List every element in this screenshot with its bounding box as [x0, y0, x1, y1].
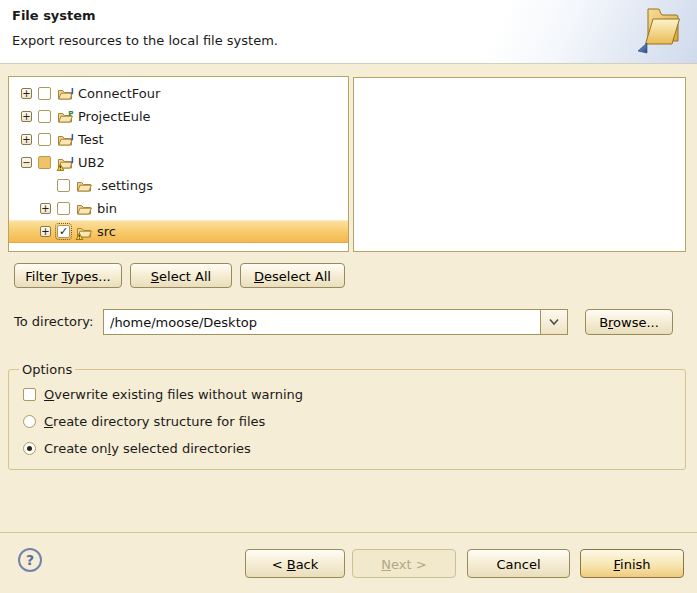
- help-button[interactable]: ?: [18, 548, 42, 572]
- button-label: ypes...: [68, 269, 111, 284]
- tree-item-label: ConnectFour: [78, 86, 160, 101]
- button-label: eselect All: [264, 269, 331, 284]
- browse-button[interactable]: Browse...: [585, 309, 673, 335]
- tree-item-connectfour[interactable]: + J ConnectFour: [9, 82, 348, 105]
- to-directory-label: To directory:: [14, 309, 93, 335]
- resource-tree[interactable]: + J ConnectFour + P ProjectEule + J Test…: [8, 76, 349, 252]
- checkbox-settings[interactable]: [57, 179, 70, 192]
- tree-item-label: ProjectEule: [78, 109, 151, 124]
- checkbox-projecteule[interactable]: [38, 110, 51, 123]
- tree-item-ub2[interactable]: − J UB2: [9, 151, 348, 174]
- next-button-disabled: Next >: [352, 549, 456, 578]
- overwrite-option[interactable]: Overwrite existing files without warning: [9, 381, 685, 408]
- cancel-button[interactable]: Cancel: [467, 549, 570, 578]
- create-structure-radio[interactable]: [23, 415, 36, 428]
- expand-toggle-icon[interactable]: +: [40, 203, 51, 214]
- folder-warning-icon: [76, 224, 92, 240]
- java-project-icon: J: [57, 86, 73, 102]
- svg-text:J: J: [70, 132, 74, 140]
- checkbox-bin[interactable]: [57, 202, 70, 215]
- directory-input[interactable]: [103, 309, 540, 335]
- tree-item-test[interactable]: + J Test: [9, 128, 348, 151]
- chevron-down-icon: [548, 318, 560, 326]
- collapse-toggle-icon[interactable]: −: [21, 157, 32, 168]
- button-label: S: [151, 269, 159, 284]
- tree-item-label: UB2: [78, 155, 105, 170]
- button-label: B: [287, 557, 296, 572]
- options-legend: Options: [19, 362, 75, 377]
- wizard-banner: File system Export resources to the loca…: [0, 0, 697, 64]
- button-label: Cancel: [496, 557, 540, 572]
- button-label: <: [272, 557, 287, 572]
- button-label: Filter: [25, 269, 61, 284]
- tree-item-label: .settings: [97, 178, 153, 193]
- create-selected-option[interactable]: Create only selected directories: [9, 435, 685, 462]
- tree-item-label: bin: [97, 201, 117, 216]
- expand-toggle-icon[interactable]: +: [21, 88, 32, 99]
- checkbox-connectfour[interactable]: [38, 87, 51, 100]
- option-label: Create directory structure for files: [44, 414, 265, 429]
- expand-toggle-icon[interactable]: +: [21, 134, 32, 145]
- overwrite-checkbox[interactable]: [23, 388, 36, 401]
- folder-icon: [76, 178, 92, 194]
- create-structure-option[interactable]: Create directory structure for files: [9, 408, 685, 435]
- back-button[interactable]: < Back: [245, 549, 345, 578]
- file-list-panel[interactable]: [353, 77, 686, 252]
- select-all-button[interactable]: Select All: [130, 263, 232, 288]
- options-group: Options Overwrite existing files without…: [8, 362, 686, 470]
- footer-separator: [0, 532, 697, 533]
- checkbox-test[interactable]: [38, 133, 51, 146]
- filter-types-button[interactable]: Filter Types...: [14, 263, 122, 288]
- tree-item-bin[interactable]: + bin: [9, 197, 348, 220]
- finish-button[interactable]: Finish: [580, 549, 684, 578]
- svg-text:J: J: [70, 155, 74, 163]
- export-folder-icon: [633, 3, 687, 59]
- option-label: Create only selected directories: [44, 441, 251, 456]
- directory-dropdown-button[interactable]: [540, 309, 568, 335]
- svg-text:P: P: [68, 109, 73, 117]
- button-label: inish: [620, 557, 650, 572]
- button-label: ack: [296, 557, 319, 572]
- button-label: N: [381, 557, 391, 572]
- folder-icon: [76, 201, 92, 217]
- checkbox-ub2-grayed[interactable]: [38, 156, 51, 169]
- page-title: File system: [12, 8, 96, 23]
- option-label: Overwrite existing files without warning: [44, 387, 303, 402]
- tree-item-label: Test: [78, 132, 104, 147]
- svg-text:J: J: [70, 86, 74, 94]
- tree-item-settings[interactable]: .settings: [9, 174, 348, 197]
- java-project-p-icon: P: [57, 109, 73, 125]
- tree-item-projecteule[interactable]: + P ProjectEule: [9, 105, 348, 128]
- button-label: elect All: [159, 269, 211, 284]
- tree-item-label: src: [97, 224, 116, 239]
- button-label: D: [254, 269, 264, 284]
- tree-item-src-selected[interactable]: + src: [9, 220, 348, 243]
- button-label: B: [599, 315, 608, 330]
- create-selected-radio-on[interactable]: [23, 442, 36, 455]
- button-label: ext >: [391, 557, 427, 572]
- java-project-warning-icon: J: [57, 155, 73, 171]
- java-project-icon: J: [57, 132, 73, 148]
- export-wizard-dialog: File system Export resources to the loca…: [0, 0, 697, 593]
- deselect-all-button[interactable]: Deselect All: [240, 263, 345, 288]
- expand-toggle-icon[interactable]: +: [21, 111, 32, 122]
- question-mark-icon: ?: [26, 552, 34, 568]
- page-description: Export resources to the local file syste…: [12, 33, 278, 48]
- expand-toggle-icon[interactable]: +: [40, 226, 51, 237]
- checkbox-src-checked[interactable]: [57, 225, 70, 238]
- button-label: owse...: [613, 315, 659, 330]
